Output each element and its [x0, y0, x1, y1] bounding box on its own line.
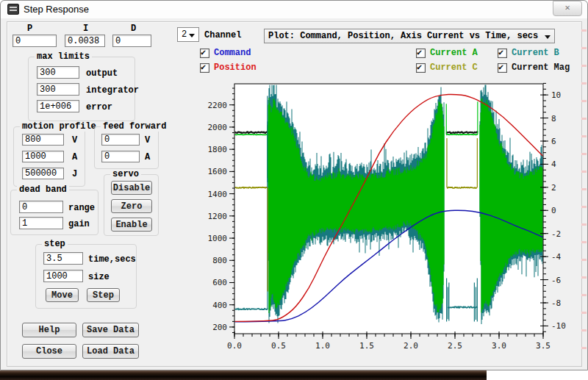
svg-text:600: 600	[212, 278, 227, 287]
current-c-checkbox[interactable]: ✔	[416, 63, 426, 73]
load-data-button[interactable]: Load Data	[82, 344, 139, 359]
svg-text:3.5: 3.5	[536, 341, 551, 351]
check-icon: ✔	[201, 62, 206, 73]
svg-text:1200: 1200	[208, 212, 228, 221]
window-title: Step Response	[24, 4, 89, 15]
chevron-down-icon	[189, 34, 195, 37]
svg-text:1000: 1000	[208, 234, 228, 243]
error-limit-input[interactable]	[37, 100, 79, 112]
svg-text:0: 0	[551, 206, 556, 215]
background-artifact	[581, 241, 587, 243]
svg-text:0.5: 0.5	[271, 341, 286, 351]
check-icon: ✔	[417, 47, 422, 58]
check-icon: ✔	[417, 62, 422, 73]
position-checkbox[interactable]: ✔	[200, 63, 209, 73]
trace-current-c	[234, 187, 268, 188]
check-icon: ✔	[498, 47, 503, 58]
svg-text:2.5: 2.5	[448, 341, 462, 351]
svg-text:1400: 1400	[208, 190, 228, 199]
trace-current-c	[447, 187, 477, 188]
max-limits-title: max limits	[35, 51, 92, 62]
svg-text:0.0: 0.0	[227, 341, 242, 351]
background-artifact	[581, 206, 587, 208]
svg-text:1.0: 1.0	[315, 341, 330, 351]
ff-velocity-label: V	[145, 135, 150, 146]
svg-text:-10: -10	[551, 321, 566, 331]
command-checkbox[interactable]: ✔	[200, 49, 209, 58]
ff-accel-label: A	[145, 152, 150, 162]
background-artifact	[581, 118, 587, 120]
svg-text:2: 2	[551, 183, 556, 193]
svg-text:-4: -4	[551, 252, 562, 262]
titlebar: Step Response ✕	[1, 1, 587, 18]
command-checkbox-label: Command	[214, 48, 251, 58]
velocity-input[interactable]	[22, 134, 64, 146]
close-icon: ✕	[564, 3, 570, 13]
step-time-input[interactable]	[43, 252, 83, 265]
current-mag-checkbox-label: Current Mag	[512, 62, 570, 73]
step-size-input[interactable]	[43, 270, 83, 282]
ff-accel-input[interactable]	[101, 151, 140, 162]
svg-text:6: 6	[551, 137, 556, 146]
svg-text:-6: -6	[551, 276, 561, 285]
current-c-checkbox-label: Current C	[430, 62, 478, 73]
step-button[interactable]: Step	[87, 288, 120, 302]
jerk-label: J	[72, 169, 77, 179]
channel-select[interactable]: 2	[177, 27, 199, 42]
svg-text:4: 4	[551, 159, 556, 169]
motion-profile-title: motion profile	[20, 121, 98, 132]
svg-text:400: 400	[212, 301, 227, 310]
servo-title: servo	[110, 169, 141, 179]
d-input[interactable]	[112, 35, 151, 47]
range-label: range	[68, 203, 95, 213]
svg-text:10: 10	[551, 90, 561, 100]
svg-text:2200: 2200	[208, 101, 228, 110]
integrator-limit-input[interactable]	[37, 83, 79, 96]
background-artifact	[581, 153, 587, 155]
step-time-label: time,secs	[88, 254, 136, 265]
accel-input[interactable]	[22, 151, 64, 162]
svg-text:-2: -2	[551, 229, 561, 239]
jerk-input[interactable]	[22, 168, 64, 179]
app-icon	[7, 4, 19, 15]
trace-current-a	[446, 135, 478, 135]
current-a-checkbox[interactable]: ✔	[416, 49, 426, 58]
close-window-button[interactable]: ✕	[553, 1, 582, 16]
servo-disable-button[interactable]: Disable	[111, 181, 152, 195]
background-artifact	[581, 135, 587, 137]
background-artifact	[581, 276, 587, 279]
trace-current-a	[234, 135, 268, 135]
svg-text:-8: -8	[551, 298, 561, 308]
background-artifact	[581, 171, 587, 173]
range-input[interactable]	[19, 201, 63, 213]
current-b-checkbox[interactable]: ✔	[498, 49, 507, 58]
plot-select[interactable]: Plot: Command, Position, Axis Current vs…	[264, 29, 555, 43]
trace-current-b	[448, 306, 478, 307]
velocity-label: V	[72, 135, 77, 146]
close-button[interactable]: Close	[22, 344, 76, 359]
svg-text:2000: 2000	[208, 123, 228, 132]
dead-band-title: dead band	[17, 184, 69, 195]
save-data-button[interactable]: Save Data	[82, 323, 139, 337]
svg-text:3.0: 3.0	[492, 341, 506, 351]
servo-zero-button[interactable]: Zero	[111, 199, 152, 213]
gain-input[interactable]	[19, 217, 63, 229]
move-button[interactable]: Move	[46, 288, 79, 302]
channel-label: Channel	[204, 30, 241, 40]
background-artifact	[581, 188, 587, 190]
d-label: D	[131, 24, 136, 34]
background-artifact	[581, 100, 587, 102]
p-input[interactable]	[12, 35, 57, 47]
servo-enable-button[interactable]: Enable	[111, 218, 152, 232]
current-mag-checkbox[interactable]: ✔	[498, 63, 507, 73]
ff-velocity-input[interactable]	[101, 134, 140, 146]
svg-text:800: 800	[212, 256, 227, 265]
plot-select-value: Plot: Command, Position, Axis Current vs…	[268, 31, 538, 41]
i-input[interactable]	[65, 35, 105, 47]
help-button[interactable]: Help	[22, 323, 76, 337]
current-a-checkbox-label: Current A	[430, 48, 478, 58]
channel-value: 2	[182, 29, 187, 40]
output-limit-input[interactable]	[37, 66, 79, 79]
position-checkbox-label: Position	[214, 62, 257, 73]
accel-label: A	[72, 152, 77, 162]
